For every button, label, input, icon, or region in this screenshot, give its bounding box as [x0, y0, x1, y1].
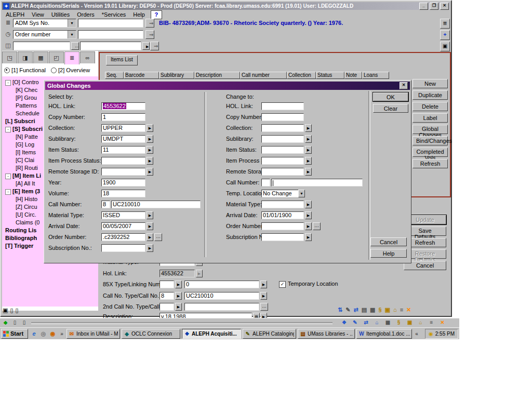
expand-arrow-button[interactable]: ▶: [305, 201, 312, 208]
new-button[interactable]: New: [413, 79, 448, 88]
lookup-ellipsis-button[interactable]: …: [313, 222, 321, 230]
taskbar-task-2[interactable]: ◈OCLC Connexion: [122, 329, 180, 339]
expand-arrow-button[interactable]: ▶: [260, 281, 267, 288]
field-input[interactable]: [261, 222, 304, 230]
expand-arrow-button[interactable]: ▶: [175, 281, 182, 288]
form-input[interactable]: 8: [159, 292, 174, 300]
lookup-ellipsis-button[interactable]: …: [260, 303, 268, 311]
field-input[interactable]: 1900: [101, 179, 145, 187]
column-header[interactable]: Collection: [287, 72, 316, 79]
column-header[interactable]: Loans: [362, 72, 389, 79]
home-icon[interactable]: ⌂: [393, 307, 397, 313]
search-tab-icon[interactable]: ∞: [80, 51, 95, 63]
field-input[interactable]: [271, 179, 363, 187]
field-input[interactable]: 18: [101, 190, 145, 197]
expand-arrow-button[interactable]: ▶: [147, 211, 153, 219]
dialog-close-icon[interactable]: ✕: [400, 82, 408, 89]
column-header[interactable]: Note: [344, 72, 362, 79]
browse-ellipsis-button[interactable]: …: [71, 42, 79, 50]
move-icon[interactable]: ❖: [340, 319, 348, 326]
chevron-left-icon[interactable]: «: [414, 331, 420, 337]
expand-arrow-button[interactable]: ▶: [147, 168, 153, 176]
field-input[interactable]: [261, 146, 304, 154]
bind-changes-button[interactable]: Bind/Changes: [413, 136, 448, 145]
expand-icon[interactable]: -: [5, 189, 11, 195]
key-icon[interactable]: §: [395, 319, 403, 326]
compass-icon[interactable]: ✦: [440, 30, 450, 40]
expand-icon[interactable]: -: [5, 174, 11, 179]
table-icon[interactable]: ▦: [384, 319, 392, 326]
grid-icon[interactable]: ▦: [370, 307, 375, 313]
ok-button[interactable]: OK: [373, 92, 408, 101]
field-input[interactable]: [261, 113, 304, 121]
list-view-icon[interactable]: ≣: [440, 19, 450, 29]
refresh-button[interactable]: Refresh: [413, 159, 448, 168]
taskbar-task-3[interactable]: ❖ALEPH Acquisiti...: [182, 329, 241, 339]
menu-services[interactable]: *Services: [98, 11, 129, 18]
updown-icon[interactable]: ⇅: [338, 307, 342, 313]
cancel-button[interactable]: Cancel: [370, 237, 407, 246]
close-button[interactable]: ✕: [440, 3, 449, 10]
form-input[interactable]: 0: [184, 281, 259, 288]
duplicate-button[interactable]: Duplicate: [413, 90, 448, 100]
edit-icon[interactable]: ✎: [345, 307, 350, 313]
expand-arrow-button[interactable]: ▶: [305, 124, 312, 132]
invoice-tab-icon[interactable]: ◨: [18, 51, 33, 63]
chevron-down-icon[interactable]: ▼: [68, 19, 76, 27]
taskbar-task-6[interactable]: WItemglobal.1.doc ...: [356, 329, 412, 339]
ie-icon[interactable]: e: [30, 329, 38, 338]
orders-tab-icon[interactable]: ◳: [2, 51, 17, 63]
minimize-button[interactable]: _: [419, 3, 428, 10]
clear-button[interactable]: Clear: [373, 104, 408, 113]
messenger-icon[interactable]: ◉: [429, 331, 433, 337]
tab-items-list[interactable]: Items List: [106, 55, 138, 65]
lock-icon[interactable]: ▣: [385, 307, 390, 313]
quick-search-input[interactable]: [13, 42, 70, 50]
expand-arrow-button[interactable]: ▶: [147, 146, 153, 154]
expand-arrow-button[interactable]: ▶: [175, 292, 182, 300]
find-input-1[interactable]: [78, 19, 143, 28]
form-input[interactable]: UC210010: [184, 292, 259, 300]
taskbar-task-5[interactable]: ▤UMass Libraries - ...: [298, 329, 355, 339]
taskbar-task-4[interactable]: ✎ALEPH Cataloging...: [243, 329, 296, 339]
menu-utilities[interactable]: Utilities: [48, 11, 73, 18]
mail-quick-icon[interactable]: ◎: [39, 329, 48, 338]
chevron-down-icon[interactable]: ▼: [68, 31, 76, 38]
temporary-location-checkbox[interactable]: ✓Temporary Location: [279, 281, 338, 288]
print-icon[interactable]: ≡: [428, 319, 435, 326]
nav-icon[interactable]: ◆: [2, 319, 9, 326]
expand-arrow-button[interactable]: ▶: [305, 157, 312, 165]
home-icon[interactable]: ⌂: [417, 319, 424, 326]
label-button[interactable]: Label: [413, 113, 448, 123]
lock-icon[interactable]: ▣: [406, 319, 414, 326]
go-button-2[interactable]: ⇒: [145, 30, 154, 39]
expand-arrow-button[interactable]: ▶: [305, 211, 312, 219]
field-input[interactable]: 00/05/2007: [101, 222, 145, 230]
field-input[interactable]: [261, 157, 304, 165]
completed-vols-button[interactable]: Completed Vols: [413, 148, 448, 157]
radio-overview[interactable]: [2] Overview: [51, 67, 90, 73]
form-input[interactable]: [159, 303, 174, 311]
global-changes-button[interactable]: Global Changes: [413, 125, 448, 134]
dialog-titlebar[interactable]: Global Changes ✕: [45, 82, 410, 90]
field-input[interactable]: UPPER: [101, 124, 145, 132]
edit-icon[interactable]: ✎: [351, 319, 359, 326]
field-input[interactable]: .c2392252: [101, 233, 145, 241]
key-icon[interactable]: §: [378, 307, 381, 313]
page-icon[interactable]: ▯: [11, 319, 19, 326]
field-input[interactable]: ISSED: [101, 211, 145, 219]
column-header[interactable]: Description: [194, 72, 240, 79]
field-input[interactable]: [261, 124, 304, 132]
expand-arrow-button[interactable]: ▶: [305, 168, 312, 176]
browse-icon[interactable]: ⌂: [373, 319, 381, 326]
field-input[interactable]: 11: [101, 146, 145, 154]
restore-button[interactable]: ❐: [430, 3, 438, 10]
go-button-3[interactable]: ⇒: [150, 42, 159, 50]
expand-icon[interactable]: -: [5, 80, 11, 86]
field-input[interactable]: [261, 233, 304, 241]
form-input[interactable]: [184, 303, 259, 311]
expand-arrow-button[interactable]: ▶: [147, 157, 153, 165]
expand-icon[interactable]: -: [5, 127, 11, 132]
go-button-1[interactable]: ⇒: [145, 19, 154, 28]
close-icon[interactable]: ✕: [406, 307, 411, 313]
